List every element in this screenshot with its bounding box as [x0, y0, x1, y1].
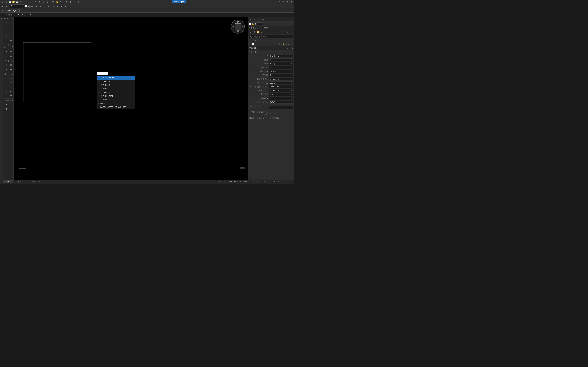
- autocomplete-item-4[interactable]: ⚙ CHAMFERD: [97, 91, 135, 94]
- ribbon-icon2[interactable]: ⊞: [5, 4, 9, 8]
- prop-value-textstyle[interactable]: Standard ▼: [269, 78, 293, 81]
- save-btn[interactable]: 💾: [15, 0, 19, 4]
- window-icon[interactable]: □: [1, 0, 3, 3]
- status-track-icon[interactable]: ⊢: [270, 180, 273, 183]
- prop-value-annoscale[interactable]: 1:1 ▼: [269, 93, 293, 96]
- layer-count-input[interactable]: [257, 22, 262, 25]
- prop-icon2[interactable]: マイ: [287, 47, 290, 50]
- new-btn[interactable]: 📄: [8, 0, 12, 4]
- autocomplete-item-0[interactable]: ⚙ CHA (CHAMFER): [97, 76, 135, 80]
- add-layout-btn[interactable]: +: [0, 180, 3, 183]
- zoom-btn[interactable]: 🔍: [51, 0, 55, 4]
- block-tool[interactable]: ⊞: [4, 38, 9, 42]
- open-btn[interactable]: 📁: [12, 0, 15, 4]
- boundary-tool[interactable]: ⬚: [4, 54, 9, 58]
- autocomplete-item-6[interactable]: ⚙ CHAMMODE: [97, 98, 135, 102]
- right-btn1[interactable]: ⊕: [277, 0, 281, 4]
- toolbar-r2-b1[interactable]: ⊟: [30, 4, 34, 8]
- annotate-btn[interactable]: ⎌: [77, 0, 80, 4]
- toolbar-r2-b5[interactable]: △: [47, 4, 51, 8]
- autocomplete-item-3[interactable]: ⚙ CHAMFERC: [97, 87, 135, 91]
- fillet-tool[interactable]: ⌐: [9, 89, 13, 93]
- prop-value-color[interactable]: ByLayer ▼: [269, 55, 293, 58]
- text-tool-B[interactable]: B: [4, 107, 9, 111]
- export-btn[interactable]: ↑: [42, 0, 45, 4]
- status-workspace-btn[interactable]: ⚙: [291, 181, 293, 183]
- right-btn2[interactable]: ⊗: [281, 0, 285, 4]
- layer-delete[interactable]: 🗑: [252, 30, 256, 34]
- gradient-tool[interactable]: ▣: [9, 50, 13, 54]
- layer-sort[interactable]: ⇅: [286, 30, 289, 34]
- toolbar-r2-b7[interactable]: ⊚: [55, 4, 59, 8]
- hatch-settings[interactable]: ⚙: [12, 45, 13, 47]
- line-tool[interactable]: /: [4, 21, 9, 25]
- ribbon-icon1[interactable]: ≡: [1, 4, 4, 8]
- prop-value-linescale[interactable]: 1: [269, 66, 293, 69]
- right-btn3[interactable]: ⊞: [285, 0, 289, 4]
- layer-close[interactable]: ✕: [290, 30, 293, 34]
- autocomplete-item-2[interactable]: ⚙ CHAMFERB: [97, 83, 135, 87]
- pan-btn[interactable]: ✋: [55, 0, 59, 4]
- wipeout-tool[interactable]: ◻: [9, 54, 13, 58]
- layer-btn[interactable]: ≡: [73, 0, 77, 4]
- autocomplete-item-5[interactable]: ⚙ CHAMFEREDGE: [97, 94, 135, 98]
- autocomplete-item-1[interactable]: ⚙ CHAMFERA: [97, 80, 135, 83]
- view-tab-plan[interactable]: 平面図: [5, 13, 13, 16]
- scale-tool[interactable]: ⇔: [9, 80, 13, 84]
- rp-btn4[interactable]: ⊟: [261, 17, 265, 21]
- status-osnap-icon[interactable]: ◉: [263, 180, 266, 183]
- layer-lock-icon[interactable]: 🔒: [252, 23, 254, 25]
- block-settings[interactable]: ⚙: [12, 60, 13, 62]
- prop-value-plotstyletable[interactable]: なし ▼: [269, 106, 293, 109]
- layer-new[interactable]: ⊕: [249, 30, 252, 34]
- modify-settings[interactable]: ⚙: [12, 73, 13, 75]
- redo-btn[interactable]: ↪: [28, 0, 32, 4]
- text-tool-a[interactable]: A: [9, 102, 13, 107]
- status-anno-icon[interactable]: A: [287, 180, 291, 183]
- undo-btn[interactable]: ↩: [24, 0, 28, 4]
- import-btn[interactable]: ↓: [46, 0, 50, 4]
- insert-block[interactable]: ⊕: [4, 63, 9, 67]
- rect-tool[interactable]: □: [4, 29, 9, 33]
- autocomplete-item-7[interactable]: CHANGE: [97, 102, 135, 105]
- move-tool[interactable]: ✦: [4, 76, 9, 80]
- rp-collapse-btn[interactable]: ─: [285, 17, 289, 21]
- hatch-tool[interactable]: ≡: [9, 34, 13, 38]
- prop-value-plotstyle[interactable]: ByColor ▼: [269, 101, 293, 104]
- rotate-tool[interactable]: ↻: [4, 80, 9, 84]
- prop-value-tablestyle[interactable]: Standard ▼: [269, 89, 293, 92]
- rp-btn2[interactable]: ⊕: [253, 17, 257, 21]
- arc-tool[interactable]: ◠: [9, 25, 13, 29]
- circle-tool[interactable]: ○: [4, 25, 9, 29]
- status-sel-icon[interactable]: ⊟: [284, 180, 287, 183]
- toolbar-r2-b9[interactable]: ≡: [64, 4, 68, 8]
- canvas-area[interactable]: 上 北 南 西 東 WCS cha: [14, 17, 248, 180]
- status-dyn-icon[interactable]: ▶: [273, 180, 277, 183]
- command-input[interactable]: cha: [98, 72, 107, 75]
- status-polar-icon[interactable]: ⊕: [259, 180, 262, 183]
- right-btn4[interactable]: ⊟: [289, 0, 293, 4]
- chamfer-tool[interactable]: ⌞: [4, 93, 9, 98]
- view-tab-wireframe[interactable]: 2D ワイヤフレーム: [15, 13, 35, 16]
- prop-value-dimstyle[interactable]: ISO-25 ▼: [269, 82, 293, 84]
- prop-value-layer[interactable]: 0 ▼: [269, 58, 293, 61]
- plot-btn[interactable]: 🖨: [34, 0, 37, 4]
- status-grid-icon[interactable]: ⊞: [249, 180, 252, 183]
- extend-tool[interactable]: ⊢: [4, 89, 9, 93]
- layout1-tab[interactable]: レイアウト1: [13, 180, 29, 183]
- prop-value-textheight[interactable]: 2.5 ⊙: [269, 97, 293, 100]
- model-tab[interactable]: モデル: [3, 180, 13, 183]
- rp-btn1[interactable]: 🖊: [249, 17, 252, 21]
- orbit-btn[interactable]: ⟳: [59, 0, 63, 4]
- compass-center-btn[interactable]: 上: [235, 23, 241, 30]
- layer-item-0[interactable]: 👁 0 既定 🔒 🖨 ■ ─: [248, 42, 294, 46]
- status-transparency-icon[interactable]: ⊙: [280, 180, 284, 183]
- drawing-tab[interactable]: Drawing1*: [5, 9, 20, 12]
- hatch-tool2[interactable]: ▦: [4, 50, 9, 54]
- toolbar-r2-b4[interactable]: □: [43, 4, 47, 8]
- block-editor[interactable]: ✎: [4, 67, 9, 71]
- toolbar-r2-b2[interactable]: ⊕: [35, 4, 38, 8]
- toolbar-r2-b6[interactable]: ⊙: [51, 4, 55, 8]
- window-icon2[interactable]: ⊞: [4, 0, 7, 3]
- text-settings[interactable]: ⚙: [12, 100, 13, 101]
